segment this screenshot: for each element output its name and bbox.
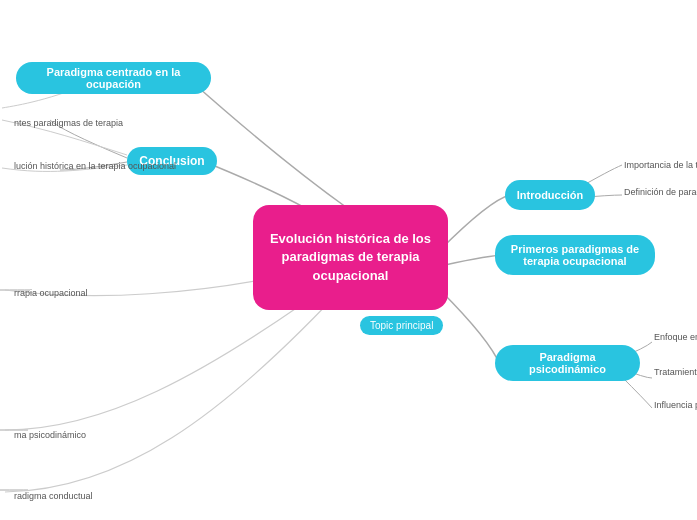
topic-principal-node: Topic principal [360,316,443,335]
importancia-label: Importancia de la terapia [620,158,697,172]
enfoque-label: Enfoque emocional [650,330,697,344]
definicion-label: Definición de paradigma [620,185,697,199]
paradigmas-terapia-label: ntes paradigmas de terapia [2,112,135,134]
mindmap-container: Evolución histórica de los paradigmas de… [0,0,697,520]
influencia-label: Influencia psiodín... [650,398,697,412]
paradigma-psicodinamico-node: Paradigma psicodinámico [495,345,640,381]
paradigma-psicodin-left-label: ma psicodinámico [2,424,98,446]
introduccion-node: Introducción [505,180,595,210]
evolucion-label: lución histórica en la terapia ocupacion… [2,155,188,177]
central-node: Evolución histórica de los paradigmas de… [253,205,448,310]
paradigma-conductual-left-label: radigma conductual [2,485,105,507]
primeros-paradigmas-node: Primeros paradigmas de terapia ocupacion… [495,235,655,275]
paradigma-centrado-node: Paradigma centrado en la ocupación [16,62,211,94]
tratamiento-label: Tratamiento psicoana... [650,365,697,379]
terapia-ocupacional-left-label: rrapia ocupacional [2,282,100,304]
